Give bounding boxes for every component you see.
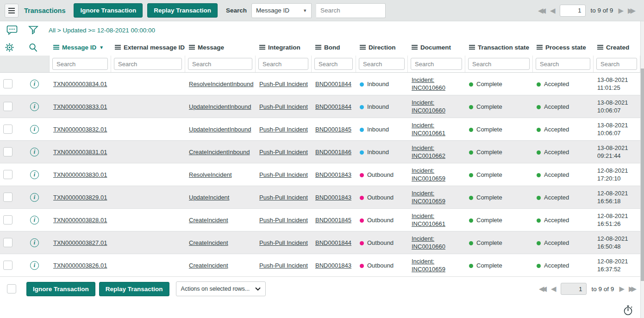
bond-link[interactable]: BND0001844: [315, 103, 351, 110]
column-search-input-external-message-id[interactable]: [114, 58, 182, 70]
column-search-input-direction[interactable]: [359, 58, 405, 70]
bond-link[interactable]: BND0001844: [315, 81, 351, 87]
column-search-input-process-state[interactable]: [536, 58, 590, 70]
column-menu-icon[interactable]: [115, 47, 121, 48]
bond-link[interactable]: BND0001843: [315, 171, 351, 178]
info-icon[interactable]: i: [30, 238, 39, 247]
column-header-transaction-state[interactable]: Transaction state: [465, 44, 533, 51]
first-page-icon[interactable]: ◀◀: [539, 285, 547, 293]
integration-link[interactable]: Push-Pull Incident: [259, 262, 308, 269]
info-icon[interactable]: i: [30, 193, 39, 202]
filter-funnel-icon[interactable]: [28, 25, 38, 35]
document-link[interactable]: Incident:INC0010660: [412, 99, 445, 114]
breadcrumb[interactable]: All > Updated >= 12-08-2021 00:00:00: [49, 27, 155, 34]
bond-link[interactable]: BND0001843: [315, 194, 351, 201]
column-header-external-message-id[interactable]: External message ID: [111, 44, 185, 51]
column-header-integration[interactable]: Integration: [256, 44, 312, 51]
footer-replay-transaction-button[interactable]: Replay Transaction: [99, 282, 169, 296]
prev-page-icon[interactable]: ◀: [550, 6, 556, 15]
info-icon[interactable]: i: [30, 216, 39, 224]
column-search-input-message-id[interactable]: [52, 58, 108, 70]
message-id-link[interactable]: TXN0000003828.01: [53, 217, 107, 224]
bond-link[interactable]: BND0001845: [315, 217, 351, 224]
column-menu-icon[interactable]: [189, 47, 195, 48]
info-icon[interactable]: i: [30, 125, 39, 134]
next-page-icon[interactable]: ▶: [619, 285, 625, 293]
integration-link[interactable]: Push-Pull Incident: [259, 171, 308, 178]
row-checkbox[interactable]: [3, 215, 13, 224]
column-header-message[interactable]: Message: [185, 44, 256, 51]
document-link[interactable]: Incident:INC0010659: [412, 258, 445, 273]
row-checkbox[interactable]: [3, 102, 13, 111]
document-link[interactable]: Incident:INC0010662: [412, 144, 445, 159]
message-link[interactable]: UpdateIncident: [189, 194, 229, 201]
message-id-link[interactable]: TXN0000003831.01: [53, 149, 107, 156]
last-page-icon[interactable]: ▶▶: [629, 285, 637, 293]
ignore-transaction-button[interactable]: Ignore Transaction: [74, 3, 143, 18]
select-all-checkbox[interactable]: [7, 284, 16, 293]
vertical-scrollbar-thumb[interactable]: [641, 69, 644, 281]
message-link[interactable]: CreateIncident: [189, 239, 228, 246]
message-id-link[interactable]: TXN0000003834.01: [53, 81, 107, 87]
column-header-message-id[interactable]: Message ID▼: [50, 44, 111, 51]
message-link[interactable]: UpdateIncidentInbound: [189, 126, 251, 133]
column-header-process-state[interactable]: Process state: [533, 44, 594, 51]
row-checkbox[interactable]: [3, 79, 13, 88]
column-menu-icon[interactable]: [315, 47, 321, 48]
bond-link[interactable]: BND0001845: [315, 126, 351, 133]
message-link[interactable]: CreateIncident: [189, 262, 228, 269]
column-search-icon[interactable]: [28, 43, 38, 52]
column-search-input-integration[interactable]: [258, 58, 308, 70]
document-link[interactable]: Incident:INC0010661: [412, 122, 445, 137]
document-link[interactable]: Incident:INC0010660: [412, 235, 445, 250]
footer-ignore-transaction-button[interactable]: Ignore Transaction: [26, 282, 95, 296]
info-icon[interactable]: i: [30, 261, 39, 270]
integration-link[interactable]: Push-Pull Incident: [259, 194, 308, 201]
message-id-link[interactable]: TXN0000003830.01: [53, 171, 107, 178]
info-icon[interactable]: i: [30, 170, 39, 179]
row-checkbox[interactable]: [3, 170, 13, 179]
column-search-input-message[interactable]: [188, 58, 252, 70]
column-header-direction[interactable]: Direction: [356, 44, 408, 51]
message-id-link[interactable]: TXN0000003829.01: [53, 194, 107, 201]
column-menu-icon[interactable]: [469, 47, 475, 48]
message-id-link[interactable]: TXN0000003826.01: [53, 262, 107, 269]
integration-link[interactable]: Push-Pull Incident: [259, 103, 308, 110]
document-link[interactable]: Incident:INC0010659: [412, 167, 445, 182]
message-id-link[interactable]: TXN0000003833.01: [53, 103, 107, 110]
last-page-icon[interactable]: ▶▶: [628, 6, 636, 15]
settings-gear-icon[interactable]: [5, 43, 14, 52]
info-icon[interactable]: i: [30, 80, 39, 88]
replay-transaction-button[interactable]: Replay Transaction: [147, 3, 218, 18]
prev-page-icon[interactable]: ◀: [551, 285, 556, 293]
column-menu-icon[interactable]: [53, 47, 59, 48]
column-menu-icon[interactable]: [537, 47, 543, 48]
integration-link[interactable]: Push-Pull Incident: [259, 126, 308, 133]
document-link[interactable]: Incident:INC0010659: [412, 190, 445, 205]
response-time-stopwatch-icon[interactable]: [623, 305, 634, 316]
column-header-created[interactable]: Created: [594, 44, 640, 51]
page-number-input[interactable]: [561, 283, 587, 295]
toolbar-search-input[interactable]: [316, 3, 386, 18]
column-search-input-bond[interactable]: [314, 58, 353, 70]
integration-link[interactable]: Push-Pull Incident: [259, 149, 308, 156]
column-menu-icon[interactable]: [412, 47, 418, 48]
search-field-select[interactable]: Message ID ▼: [251, 3, 312, 18]
bond-link[interactable]: BND0001846: [315, 149, 351, 156]
integration-link[interactable]: Push-Pull Incident: [259, 81, 308, 87]
message-link[interactable]: UpdateIncidentInbound: [189, 103, 251, 110]
row-checkbox[interactable]: [3, 261, 13, 270]
column-header-bond[interactable]: Bond: [312, 44, 356, 51]
column-search-input-document[interactable]: [411, 58, 462, 70]
comment-bubble-icon[interactable]: [6, 25, 18, 35]
bond-link[interactable]: BND0001843: [315, 262, 351, 269]
integration-link[interactable]: Push-Pull Incident: [259, 239, 308, 246]
document-link[interactable]: Incident:INC0010661: [412, 212, 445, 227]
message-link[interactable]: CreateIncidentInbound: [189, 149, 250, 156]
next-page-icon[interactable]: ▶: [618, 6, 624, 15]
column-menu-icon[interactable]: [360, 47, 366, 48]
column-header-document[interactable]: Document: [408, 44, 465, 51]
column-search-input-created[interactable]: [596, 58, 637, 70]
row-checkbox[interactable]: [3, 125, 13, 134]
column-menu-icon[interactable]: [597, 47, 603, 48]
